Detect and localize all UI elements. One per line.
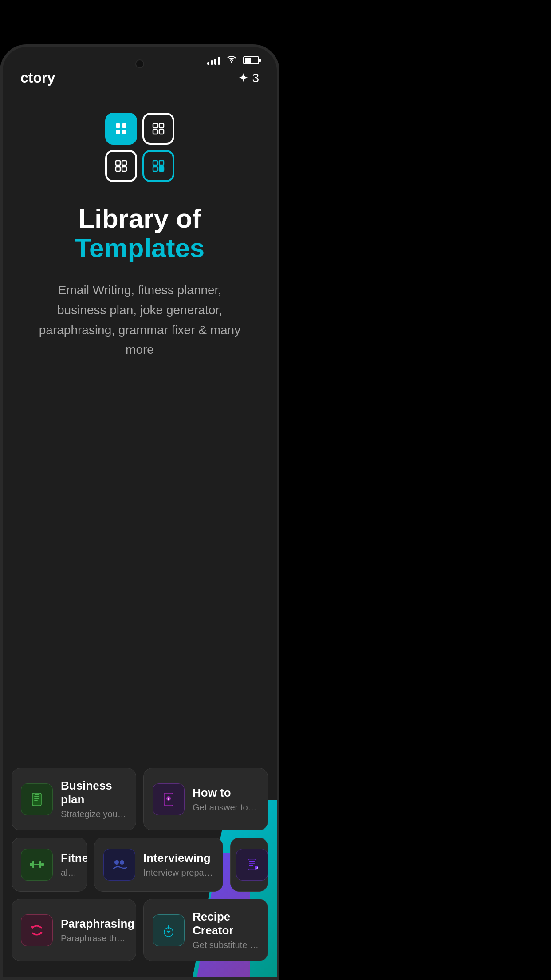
how-to-subtitle: Get answer to anything.	[193, 802, 259, 813]
svg-rect-18	[34, 798, 39, 799]
credits-badge[interactable]: ✦ 3	[238, 71, 259, 85]
card-fitness[interactable]: Fitness alized fitness flan for us...	[12, 838, 87, 892]
recipe-creator-subtitle: Get substitute recipe, if you	[193, 940, 259, 950]
how-to-text: How to Get answer to anything.	[193, 786, 259, 813]
card-paraphrasing[interactable]: Paraphrasing Paraphrase the concept with…	[12, 899, 136, 961]
fitness-icon	[21, 849, 53, 881]
recipe-creator-title: Recipe Creator	[193, 910, 259, 937]
svg-rect-14	[153, 167, 157, 171]
svg-rect-6	[153, 130, 157, 134]
svg-rect-5	[159, 123, 164, 128]
svg-point-30	[120, 860, 124, 865]
logo-grid	[105, 113, 174, 182]
svg-rect-19	[34, 800, 38, 801]
business-plan-title: Business plan	[61, 779, 127, 806]
svg-rect-26	[32, 861, 34, 868]
signal-icon	[207, 56, 220, 65]
hero-subheading: Email Writing, fitness planner, business…	[38, 281, 242, 360]
interviewing-icon	[103, 849, 135, 881]
svg-rect-15	[159, 167, 164, 171]
interviewing-subtitle: Interview preparations and guidance	[143, 868, 214, 878]
heading-line2: Templates	[75, 233, 205, 263]
side-button-1	[279, 180, 279, 216]
cards-row-1: Business plan Strategize your business r…	[12, 768, 268, 830]
camera	[135, 59, 144, 68]
svg-rect-13	[159, 161, 164, 165]
summary-icon	[236, 849, 268, 881]
hero-section: Library of Templates Email Writing, fitn…	[3, 86, 277, 404]
side-button-2	[279, 233, 279, 287]
logo-cell-bl	[105, 150, 137, 182]
interviewing-title: Interviewing	[143, 851, 214, 865]
fitness-text: Fitness alized fitness flan for us...	[61, 851, 78, 878]
svg-rect-1	[122, 123, 126, 128]
top-bar: ctory ✦ 3	[3, 65, 277, 86]
svg-rect-3	[122, 130, 126, 134]
business-plan-subtitle: Strategize your business roadmap	[61, 809, 127, 819]
svg-rect-25	[41, 863, 44, 866]
recipe-creator-icon	[153, 914, 185, 946]
card-summary-partial[interactable]	[230, 838, 268, 892]
card-how-to[interactable]: i How to Get answer to anything.	[143, 768, 268, 830]
paraphrasing-subtitle: Paraphrase the concept with alternate wo…	[61, 933, 127, 944]
battery-icon	[243, 56, 259, 64]
svg-rect-9	[122, 161, 126, 165]
svg-rect-32	[249, 861, 255, 862]
screen-title: ctory	[20, 70, 55, 86]
svg-rect-34	[249, 865, 253, 866]
fitness-title: Fitness	[61, 851, 78, 865]
svg-rect-24	[30, 863, 32, 866]
business-plan-icon	[21, 783, 53, 815]
cards-row-3: Paraphrasing Paraphrase the concept with…	[12, 899, 268, 961]
card-business-plan[interactable]: Business plan Strategize your business r…	[12, 768, 136, 830]
template-cards-section: Business plan Strategize your business r…	[3, 768, 277, 977]
svg-rect-2	[116, 130, 120, 134]
svg-rect-11	[122, 167, 126, 171]
svg-rect-33	[249, 863, 255, 864]
svg-point-29	[114, 860, 119, 865]
svg-rect-4	[153, 123, 157, 128]
svg-rect-8	[116, 161, 120, 165]
card-interviewing[interactable]: Interviewing Interview preparations and …	[94, 838, 223, 892]
svg-point-40	[168, 925, 169, 927]
svg-rect-28	[34, 864, 39, 865]
heading-line1: Library of	[75, 204, 205, 233]
paraphrasing-text: Paraphrasing Paraphrase the concept with…	[61, 917, 127, 944]
phone-frame: ctory ✦ 3	[0, 44, 279, 980]
paraphrasing-title: Paraphrasing	[61, 917, 127, 931]
logo-cell-tl	[105, 113, 137, 145]
paraphrasing-icon	[21, 914, 53, 946]
wifi-icon	[226, 55, 237, 65]
business-plan-text: Business plan Strategize your business r…	[61, 779, 127, 819]
interviewing-text: Interviewing Interview preparations and …	[143, 851, 214, 878]
fitness-subtitle: alized fitness flan for us...	[61, 868, 78, 878]
recipe-creator-text: Recipe Creator Get substitute recipe, if…	[193, 910, 259, 950]
svg-rect-27	[39, 861, 41, 868]
credits-count: 3	[252, 71, 259, 85]
svg-rect-10	[116, 167, 120, 171]
sparkle-icon: ✦	[238, 71, 248, 85]
svg-rect-12	[153, 161, 157, 165]
how-to-icon: i	[153, 783, 185, 815]
svg-rect-0	[116, 123, 120, 128]
card-recipe-creator[interactable]: Recipe Creator Get substitute recipe, if…	[143, 899, 268, 961]
logo-cell-tr	[142, 113, 174, 145]
svg-rect-7	[159, 130, 164, 134]
heading-container: Library of Templates	[75, 204, 205, 263]
svg-rect-17	[34, 796, 39, 797]
logo-cell-br	[142, 150, 174, 182]
cards-row-2: Fitness alized fitness flan for us... In…	[12, 838, 268, 892]
how-to-title: How to	[193, 786, 259, 800]
svg-text:i: i	[168, 796, 169, 801]
svg-rect-20	[35, 794, 39, 795]
